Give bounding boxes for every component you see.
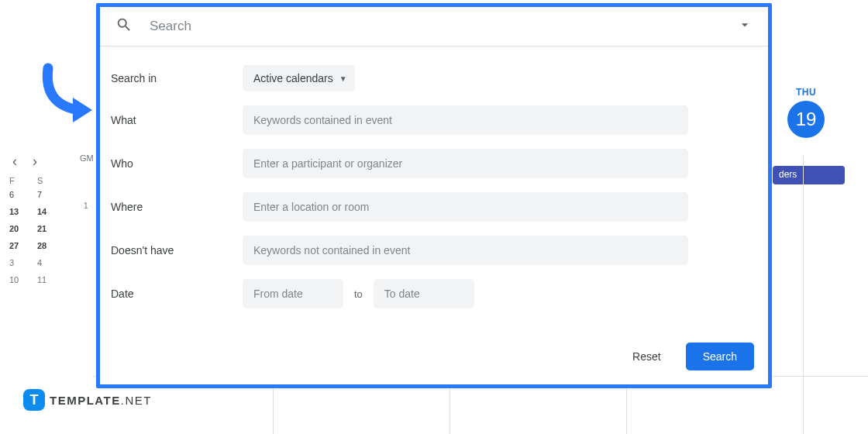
search-bar [100, 7, 768, 46]
search-form: Search in Active calendars ▼ What Who W [100, 46, 768, 338]
chevron-down-icon: ▼ [339, 74, 347, 83]
mini-day-header: S [37, 176, 65, 185]
callout-arrow-icon [34, 62, 96, 135]
day-number-today[interactable]: 19 [787, 101, 825, 138]
mini-next-icon[interactable]: › [33, 153, 37, 170]
time-label: 1 [84, 202, 88, 210]
search-in-dropdown[interactable]: Active calendars ▼ [243, 65, 355, 91]
search-input[interactable] [150, 19, 737, 34]
from-date-input[interactable] [243, 279, 343, 308]
calendar-event[interactable]: ders [773, 166, 845, 184]
where-label: Where [111, 201, 243, 213]
collapse-icon[interactable] [737, 17, 753, 36]
form-actions: Reset Search [100, 338, 768, 384]
who-input[interactable] [243, 149, 688, 178]
logo-text: TEMPLATE.NET [50, 394, 152, 407]
timezone-label: GM [80, 153, 94, 163]
day-name: THU [787, 87, 825, 98]
date-label: Date [111, 288, 243, 300]
mini-prev-icon[interactable]: ‹ [12, 153, 17, 170]
what-input[interactable] [243, 105, 688, 135]
logo-icon: T [23, 389, 45, 411]
day-column-header: THU 19 [787, 87, 825, 138]
to-date-input[interactable] [374, 279, 474, 308]
mini-calendar: ‹ › F S 67 1314 2021 2728 34 1011 [0, 147, 78, 298]
search-in-label: Search in [111, 72, 243, 84]
search-button[interactable]: Search [686, 343, 754, 370]
search-panel: Search in Active calendars ▼ What Who W [96, 3, 772, 388]
what-label: What [111, 114, 243, 126]
search-icon [115, 16, 133, 36]
doesnt-have-input[interactable] [243, 236, 688, 265]
where-input[interactable] [243, 192, 688, 222]
doesnt-have-label: Doesn't have [111, 244, 243, 257]
who-label: Who [111, 157, 243, 170]
reset-button[interactable]: Reset [626, 344, 667, 369]
date-to-label: to [354, 288, 363, 300]
mini-day-header: F [9, 176, 37, 185]
template-net-logo: T TEMPLATE.NET [23, 389, 152, 411]
search-in-value: Active calendars [253, 72, 333, 84]
